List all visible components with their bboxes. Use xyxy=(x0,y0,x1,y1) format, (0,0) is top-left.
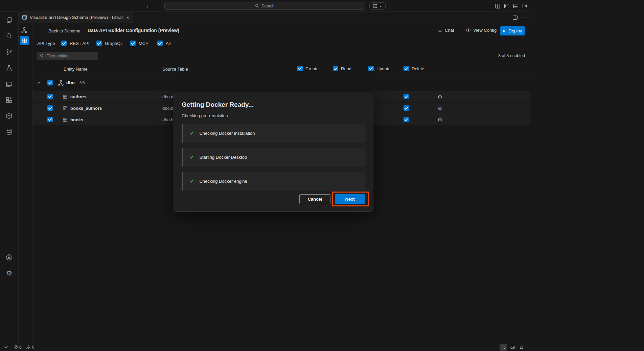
nav-back-button[interactable]: ← xyxy=(145,2,152,9)
search-view-icon[interactable] xyxy=(5,32,13,40)
column-update: Update xyxy=(368,66,391,71)
step-docker-engine: ✓ Checking Docker engine xyxy=(182,172,365,191)
server-disconnected-icon[interactable] xyxy=(5,80,13,89)
update-label: Update xyxy=(376,66,391,71)
api-option-all: All xyxy=(157,41,170,46)
entity-source: dbo.b xyxy=(162,106,174,111)
deploy-button[interactable]: Deploy xyxy=(500,26,525,35)
checkbox-delete-books-authors[interactable] xyxy=(404,105,409,111)
designer-side-strip xyxy=(19,23,32,343)
table-header-divider xyxy=(32,74,530,74)
warnings-count: 0 xyxy=(32,345,34,350)
filter-entities-input[interactable] xyxy=(37,52,98,60)
checkbox-row-books[interactable] xyxy=(47,117,53,122)
database-projects-icon[interactable] xyxy=(5,128,13,136)
back-to-schema-link[interactable]: ← Back to Schema xyxy=(41,28,80,34)
view-config-button[interactable]: View Config xyxy=(466,27,497,33)
activity-bar: ⚙ xyxy=(0,12,19,343)
errors-icon xyxy=(14,345,18,349)
copilot-session-icon xyxy=(373,4,377,8)
settings-gear-icon[interactable]: ⚙ xyxy=(5,269,13,277)
remote-indicator[interactable]: >< xyxy=(2,343,9,351)
step-label: Checking Docker engine xyxy=(199,179,247,184)
row-settings-gear-icon[interactable]: ⚙ xyxy=(438,105,442,111)
checkbox-delete-authors[interactable] xyxy=(404,94,409,99)
errors-count: 0 xyxy=(19,345,22,350)
checkbox-row-authors[interactable] xyxy=(47,94,53,99)
row-settings-gear-icon[interactable]: ⚙ xyxy=(438,94,442,100)
testing-beaker-icon[interactable] xyxy=(5,64,13,72)
visualize-schema-icon[interactable] xyxy=(21,27,28,33)
page-title: Data API Builder Configuration (Preview) xyxy=(88,28,179,33)
schema-share-icon xyxy=(58,80,64,86)
chat-button[interactable]: Chat xyxy=(437,27,454,33)
problems-indicator[interactable]: 0 0 xyxy=(14,343,34,351)
arrow-left-icon: ← xyxy=(41,28,46,34)
schema-designer-tab-icon xyxy=(22,15,27,20)
toggle-panel-icon[interactable] xyxy=(512,3,519,9)
entity-name: authors xyxy=(70,94,87,99)
extensions-icon[interactable] xyxy=(5,96,13,104)
zoom-indicator-icon[interactable] xyxy=(500,344,507,351)
group-count: 3/3 xyxy=(79,81,85,85)
rest-api-label: REST API xyxy=(70,41,89,46)
api-type-label: API Type xyxy=(37,41,55,46)
graphql-label: GraphQL xyxy=(105,41,123,46)
row-settings-gear-icon[interactable]: ⚙ xyxy=(438,117,442,123)
checkbox-update-all[interactable] xyxy=(368,66,374,71)
tab-close-icon[interactable]: × xyxy=(126,15,129,20)
group-name: dbo xyxy=(66,80,75,85)
checkbox-row-books-authors[interactable] xyxy=(47,105,53,111)
checkbox-read-all[interactable] xyxy=(333,66,338,71)
step-label: Starting Docker Desktop xyxy=(199,155,247,160)
check-success-icon: ✓ xyxy=(190,130,194,136)
copilot-chat-icon xyxy=(437,27,443,33)
toggle-secondary-sidebar-icon[interactable] xyxy=(522,3,528,9)
checkbox-create-all[interactable] xyxy=(297,66,303,71)
check-success-icon: ✓ xyxy=(190,154,194,160)
more-actions-icon[interactable]: ⋯ xyxy=(521,14,528,21)
table-icon xyxy=(63,106,68,111)
explorer-icon[interactable] xyxy=(5,16,13,24)
play-icon xyxy=(503,29,506,33)
column-delete: Delete xyxy=(404,66,424,71)
checkbox-group-dbo[interactable] xyxy=(47,80,53,85)
read-label: Read xyxy=(341,66,351,71)
title-bar: ← → Search xyxy=(0,0,530,12)
dialog-subtitle: Checking pre-requisites xyxy=(182,113,228,118)
split-editor-icon[interactable] xyxy=(512,14,519,21)
table-icon xyxy=(63,117,68,122)
checkbox-rest-api[interactable] xyxy=(61,41,67,46)
api-option-mcp: MCP xyxy=(130,41,148,46)
schema-group-row: dbo 3/3 xyxy=(32,77,530,89)
container-package-icon[interactable] xyxy=(5,112,13,120)
api-option-graphql: GraphQL xyxy=(96,41,123,46)
data-api-builder-tab-button[interactable] xyxy=(20,36,29,45)
toggle-primary-sidebar-icon[interactable] xyxy=(503,3,510,9)
checkbox-mcp[interactable] xyxy=(130,41,136,46)
cancel-button[interactable]: Cancel xyxy=(299,194,330,204)
account-icon[interactable] xyxy=(5,253,13,261)
checkbox-graphql[interactable] xyxy=(96,41,102,46)
notifications-bell-icon[interactable] xyxy=(518,344,525,351)
customize-layout-icon[interactable] xyxy=(494,3,501,9)
checkbox-delete-all[interactable] xyxy=(404,66,409,71)
nav-forward-button[interactable]: → xyxy=(154,2,162,9)
checkbox-all[interactable] xyxy=(157,41,163,46)
column-create: Create xyxy=(297,66,319,71)
copilot-status-icon[interactable] xyxy=(509,344,516,351)
filter-entities-wrap xyxy=(37,52,98,60)
chevron-expand-icon[interactable] xyxy=(37,80,41,85)
next-button[interactable]: Next xyxy=(335,194,365,204)
column-read: Read xyxy=(333,66,351,71)
source-control-icon[interactable] xyxy=(5,48,13,56)
all-label: All xyxy=(166,41,170,46)
copilot-session-button[interactable] xyxy=(369,2,386,10)
enabled-count-label: 3 of 3 enabled xyxy=(498,53,525,58)
tab-visualize-design-schema[interactable]: Visualize and Design Schema (Preview) - … xyxy=(19,12,133,23)
checkbox-delete-books[interactable] xyxy=(404,117,409,122)
command-center-search[interactable]: Search xyxy=(164,2,365,10)
entity-source: dbo.b xyxy=(162,117,174,122)
tab-title: Visualize and Design Schema (Preview) - … xyxy=(30,15,123,20)
mcp-label: MCP xyxy=(139,41,148,46)
